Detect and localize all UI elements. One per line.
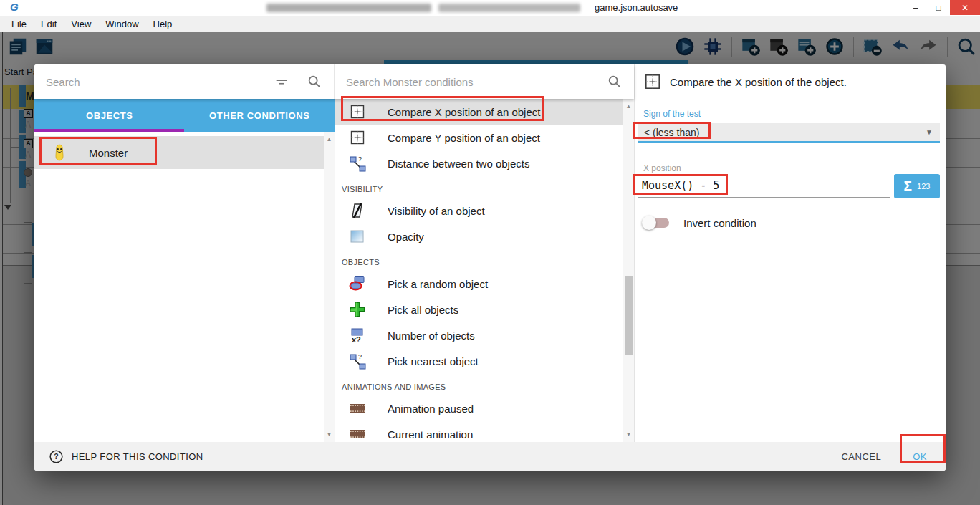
- condition-label: Opacity: [388, 231, 424, 243]
- help-icon: ?: [49, 449, 64, 464]
- condition-list-item[interactable]: Animation paused: [335, 395, 623, 421]
- tab-other-conditions[interactable]: OTHER CONDITIONS: [185, 99, 335, 132]
- tab-objects[interactable]: OBJECTS: [34, 99, 185, 132]
- condition-list-item[interactable]: x?Number of objects: [335, 322, 623, 348]
- condition-list-item[interactable]: Visibility of an object: [335, 198, 623, 223]
- object-search-box: [34, 64, 335, 99]
- condition-detail-header: Compare the X position of the object.: [635, 64, 946, 99]
- condition-label: Animation paused: [388, 403, 474, 415]
- svg-text:?: ?: [358, 155, 362, 163]
- condition-label: Visibility of an object: [388, 205, 485, 217]
- window-title: game.json.autosave: [595, 2, 678, 13]
- x-position-label: X position: [643, 163, 681, 173]
- condition-label: Pick all objects: [388, 304, 458, 316]
- conditions-list: Compare X position of an objectCompare Y…: [335, 99, 623, 442]
- redacted-path-text: [266, 4, 431, 12]
- menu-bar: FileEditViewWindowHelp: [0, 16, 980, 32]
- scroll-up-arrow-icon[interactable]: ▲: [623, 101, 634, 112]
- condition-list-item[interactable]: ?Pick nearest object: [335, 348, 623, 374]
- scroll-down-arrow-icon[interactable]: ▼: [324, 429, 335, 440]
- condition-list-item[interactable]: Opacity: [335, 223, 623, 249]
- object-count-icon: x?: [349, 327, 366, 344]
- object-tabs: OBJECTS OTHER CONDITIONS: [34, 99, 335, 132]
- pick-random-icon: [349, 275, 366, 292]
- chevron-down-icon: ▼: [926, 128, 933, 136]
- search-icon[interactable]: [607, 74, 623, 90]
- visibility-icon: [349, 202, 366, 219]
- menu-view[interactable]: View: [64, 19, 98, 29]
- condition-label: Number of objects: [388, 330, 475, 342]
- svg-text:?: ?: [358, 353, 362, 360]
- condition-search-input[interactable]: [346, 76, 595, 88]
- scroll-up-arrow-icon[interactable]: ▲: [324, 134, 335, 145]
- menu-edit[interactable]: Edit: [34, 19, 64, 29]
- condition-title: Compare the X position of the object.: [670, 76, 847, 88]
- sign-of-test-label: Sign of the test: [643, 109, 701, 119]
- search-icon[interactable]: [307, 74, 322, 90]
- menu-help[interactable]: Help: [146, 19, 180, 29]
- condition-list-item[interactable]: ?Distance between two objects: [335, 150, 623, 176]
- menu-window[interactable]: Window: [98, 19, 145, 29]
- condition-label: Pick a random object: [388, 278, 488, 290]
- sigma-icon: Σ: [904, 178, 912, 194]
- invert-condition-row: Invert condition: [643, 213, 756, 232]
- condition-editor-dialog: OBJECTS OTHER CONDITIONS Monster ▲ ▼ Com…: [34, 64, 946, 471]
- condition-section-header: OBJECTS: [335, 249, 623, 271]
- filter-icon[interactable]: [274, 74, 289, 90]
- redacted-path-text: [438, 4, 580, 12]
- annotation-rect-ok: [900, 434, 946, 463]
- annotation-rect-monster: [39, 137, 157, 165]
- condition-label: Compare Y position of an object: [388, 132, 540, 144]
- expression-editor-button[interactable]: Σ 123: [894, 174, 940, 198]
- condition-label: Distance between two objects: [388, 158, 529, 170]
- help-button[interactable]: ? HELP FOR THIS CONDITION: [49, 449, 203, 464]
- invert-condition-label: Invert condition: [683, 217, 756, 229]
- close-button[interactable]: ✕: [950, 0, 980, 15]
- position-x-icon: [643, 72, 662, 91]
- animation-icon: [349, 400, 366, 417]
- search-bar-row: [34, 64, 634, 99]
- svg-text:?: ?: [54, 452, 58, 461]
- condition-search-box: [335, 64, 634, 99]
- object-list-scrollbar[interactable]: ▲ ▼: [324, 132, 335, 442]
- minimize-button[interactable]: –: [904, 0, 927, 15]
- animation-icon: [349, 425, 366, 442]
- condition-list-item[interactable]: Pick all objects: [335, 297, 623, 322]
- conditions-list-scrollbar[interactable]: ▲ ▼: [623, 99, 634, 442]
- svg-text:x?: x?: [352, 335, 361, 344]
- scrollbar-thumb[interactable]: [625, 276, 633, 355]
- annotation-rect-x-position: [633, 174, 728, 195]
- condition-list-item[interactable]: Current animation: [335, 421, 623, 442]
- restore-button[interactable]: □: [927, 0, 950, 15]
- condition-list-item[interactable]: Compare Y position of an object: [335, 125, 623, 150]
- annotation-rect-sign: [633, 122, 711, 139]
- annotation-rect-compare-x: [341, 96, 544, 121]
- condition-section-header: ANIMATIONS AND IMAGES: [335, 374, 623, 395]
- pick-all-icon: [349, 301, 366, 318]
- dialog-footer: ? HELP FOR THIS CONDITION CANCEL OK: [34, 442, 946, 471]
- distance-icon: ?: [349, 155, 366, 172]
- menu-file[interactable]: File: [4, 19, 34, 29]
- pick-nearest-icon: ?: [349, 352, 366, 370]
- position-y-icon: [349, 129, 366, 146]
- gdevelop-logo-icon: G: [10, 1, 24, 15]
- title-bar: G game.json.autosave –□✕: [0, 0, 980, 16]
- invert-condition-toggle[interactable]: [643, 213, 669, 232]
- condition-label: Current animation: [388, 428, 473, 441]
- active-tab-indicator: [34, 129, 184, 132]
- condition-section-header: VISIBILITY: [335, 176, 623, 198]
- condition-list-item[interactable]: Pick a random object: [335, 271, 623, 297]
- opacity-icon: [349, 228, 366, 245]
- scroll-down-arrow-icon[interactable]: ▼: [623, 429, 634, 440]
- toggle-knob: [642, 216, 656, 230]
- condition-label: Pick nearest object: [388, 355, 479, 367]
- cancel-button[interactable]: CANCEL: [841, 451, 881, 462]
- window-controls: –□✕: [904, 0, 980, 15]
- object-search-input[interactable]: [46, 76, 256, 88]
